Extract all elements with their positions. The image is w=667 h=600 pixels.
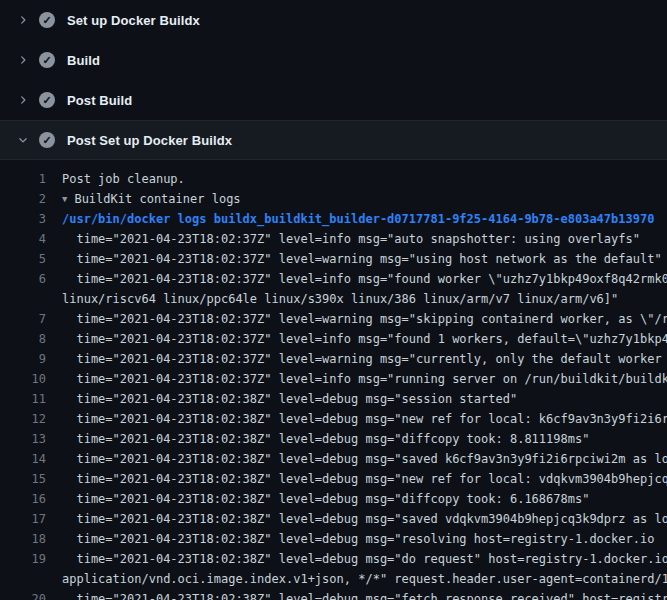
line-number[interactable]: 17 — [0, 509, 46, 529]
log-line: 13 time="2021-04-23T18:02:38Z" level=deb… — [0, 429, 667, 449]
chevron-down-icon — [16, 133, 30, 147]
line-number[interactable]: 5 — [0, 249, 46, 269]
step-label: Set up Docker Buildx — [67, 13, 200, 28]
line-text: time="2021-04-23T18:02:38Z" level=debug … — [46, 389, 667, 409]
step-post-set-up-docker-buildx[interactable]: ✓ Post Set up Docker Buildx — [0, 120, 667, 160]
success-check-icon: ✓ — [39, 52, 55, 68]
step-label: Build — [67, 53, 100, 68]
chevron-right-icon — [16, 53, 30, 67]
chevron-right-icon — [16, 93, 30, 107]
line-number[interactable]: 12 — [0, 409, 46, 429]
line-text: linux/riscv64 linux/ppc64le linux/s390x … — [46, 289, 667, 309]
success-check-icon: ✓ — [39, 92, 55, 108]
log-line: 3/usr/bin/docker logs buildx_buildkit_bu… — [0, 209, 667, 229]
line-text: ▼BuildKit container logs — [46, 189, 667, 209]
line-text: time="2021-04-23T18:02:38Z" level=debug … — [46, 589, 667, 600]
log-line: 15 time="2021-04-23T18:02:38Z" level=deb… — [0, 469, 667, 489]
line-text: time="2021-04-23T18:02:38Z" level=debug … — [46, 449, 667, 469]
line-text: time="2021-04-23T18:02:37Z" level=info m… — [46, 229, 667, 249]
line-text: time="2021-04-23T18:02:38Z" level=debug … — [46, 549, 667, 569]
log-panel: 1Post job cleanup.2▼BuildKit container l… — [0, 160, 667, 600]
line-text: time="2021-04-23T18:02:38Z" level=debug … — [46, 409, 667, 429]
line-number[interactable]: 2 — [0, 189, 46, 209]
line-text: time="2021-04-23T18:02:38Z" level=debug … — [46, 469, 667, 489]
line-number[interactable]: 4 — [0, 229, 46, 249]
success-check-icon: ✓ — [39, 12, 55, 28]
log-line: 12 time="2021-04-23T18:02:38Z" level=deb… — [0, 409, 667, 429]
success-check-icon: ✓ — [39, 132, 55, 148]
log-line: 20 time="2021-04-23T18:02:38Z" level=deb… — [0, 589, 667, 600]
log-line: 5 time="2021-04-23T18:02:37Z" level=warn… — [0, 249, 667, 269]
command-line-text[interactable]: /usr/bin/docker logs buildx_buildkit_bui… — [46, 209, 667, 229]
actions-log-viewer: ✓ Set up Docker Buildx ✓ Build ✓ Post Bu… — [0, 0, 667, 600]
line-text: time="2021-04-23T18:02:38Z" level=debug … — [46, 509, 667, 529]
log-line: 11 time="2021-04-23T18:02:38Z" level=deb… — [0, 389, 667, 409]
line-number[interactable]: 18 — [0, 529, 46, 549]
line-number[interactable]: 20 — [0, 589, 46, 600]
line-text: Post job cleanup. — [46, 169, 667, 189]
line-text: application/vnd.oci.image.index.v1+json,… — [46, 569, 667, 589]
line-text: time="2021-04-23T18:02:37Z" level=info m… — [46, 329, 667, 349]
line-number — [0, 289, 46, 309]
line-text: time="2021-04-23T18:02:37Z" level=warnin… — [46, 309, 667, 329]
line-number[interactable]: 9 — [0, 349, 46, 369]
line-number[interactable]: 6 — [0, 269, 46, 289]
line-number[interactable]: 7 — [0, 309, 46, 329]
line-text: time="2021-04-23T18:02:38Z" level=debug … — [46, 489, 667, 509]
log-line: application/vnd.oci.image.index.v1+json,… — [0, 569, 667, 589]
step-label: Post Build — [67, 93, 132, 108]
log-line: 19 time="2021-04-23T18:02:38Z" level=deb… — [0, 549, 667, 569]
log-line: 14 time="2021-04-23T18:02:38Z" level=deb… — [0, 449, 667, 469]
line-text: time="2021-04-23T18:02:37Z" level=warnin… — [46, 249, 667, 269]
log-line: 10 time="2021-04-23T18:02:37Z" level=inf… — [0, 369, 667, 389]
log-line: 17 time="2021-04-23T18:02:38Z" level=deb… — [0, 509, 667, 529]
log-line: 7 time="2021-04-23T18:02:37Z" level=warn… — [0, 309, 667, 329]
log-line: 6 time="2021-04-23T18:02:37Z" level=info… — [0, 269, 667, 289]
step-label: Post Set up Docker Buildx — [67, 133, 232, 148]
line-text: time="2021-04-23T18:02:37Z" level=info m… — [46, 369, 667, 389]
step-post-build[interactable]: ✓ Post Build — [0, 80, 667, 120]
log-lines: 1Post job cleanup.2▼BuildKit container l… — [0, 169, 667, 600]
line-text: time="2021-04-23T18:02:37Z" level=info m… — [46, 269, 667, 289]
line-number[interactable]: 19 — [0, 549, 46, 569]
log-line: 9 time="2021-04-23T18:02:37Z" level=warn… — [0, 349, 667, 369]
step-list: ✓ Set up Docker Buildx ✓ Build ✓ Post Bu… — [0, 0, 667, 160]
chevron-right-icon — [16, 13, 30, 27]
line-number[interactable]: 15 — [0, 469, 46, 489]
step-build[interactable]: ✓ Build — [0, 40, 667, 80]
log-line: 16 time="2021-04-23T18:02:38Z" level=deb… — [0, 489, 667, 509]
line-number[interactable]: 8 — [0, 329, 46, 349]
group-collapse-icon[interactable]: ▼ — [62, 189, 67, 209]
line-number[interactable]: 14 — [0, 449, 46, 469]
step-set-up-docker-buildx[interactable]: ✓ Set up Docker Buildx — [0, 0, 667, 40]
line-number[interactable]: 10 — [0, 369, 46, 389]
log-line: linux/riscv64 linux/ppc64le linux/s390x … — [0, 289, 667, 309]
line-text: time="2021-04-23T18:02:37Z" level=warnin… — [46, 349, 667, 369]
line-text: time="2021-04-23T18:02:38Z" level=debug … — [46, 429, 667, 449]
line-number[interactable]: 11 — [0, 389, 46, 409]
line-number[interactable]: 16 — [0, 489, 46, 509]
line-number[interactable]: 3 — [0, 209, 46, 229]
log-group-line: 2▼BuildKit container logs — [0, 189, 667, 209]
log-line: 1Post job cleanup. — [0, 169, 667, 189]
log-line: 18 time="2021-04-23T18:02:38Z" level=deb… — [0, 529, 667, 549]
log-line: 8 time="2021-04-23T18:02:37Z" level=info… — [0, 329, 667, 349]
line-text: time="2021-04-23T18:02:38Z" level=debug … — [46, 529, 667, 549]
line-number — [0, 569, 46, 589]
line-number[interactable]: 1 — [0, 169, 46, 189]
line-number[interactable]: 13 — [0, 429, 46, 449]
log-line: 4 time="2021-04-23T18:02:37Z" level=info… — [0, 229, 667, 249]
